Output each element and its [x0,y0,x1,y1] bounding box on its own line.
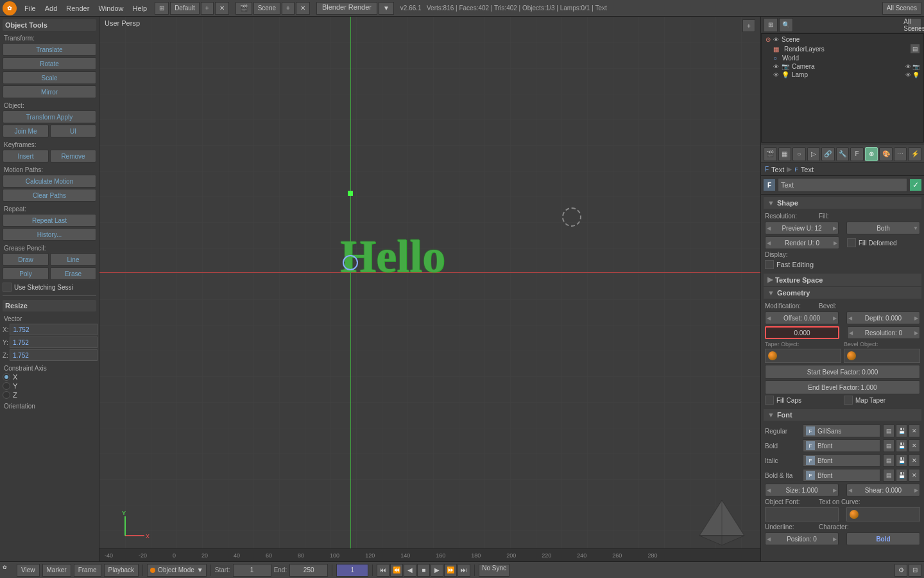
outliner-item-camera[interactable]: 👁 📷 Camera 👁 📷 [763,62,922,71]
view-menu-btn[interactable]: View [17,564,40,577]
join-btn[interactable]: Join Me [3,125,49,137]
bold-italic-font-clear[interactable]: ✕ [909,469,920,482]
viewport[interactable]: User Persp + Hello [99,17,760,561]
draw-btn[interactable]: Draw [3,253,49,266]
object-font-picker[interactable] [765,507,839,521]
bold-italic-font-browse[interactable]: ▤ [883,469,894,482]
shape-section-header[interactable]: ▼ Shape [764,197,921,209]
shear-btn[interactable]: ◀ Shear: 0.000 ▶ [846,484,920,496]
fill-select[interactable]: Both ▼ [846,222,920,234]
outliner-item-lamp[interactable]: 👁 💡 Lamp 👁 💡 [763,71,922,79]
x-value-input[interactable] [10,324,98,335]
scale-btn[interactable]: Scale [3,71,96,84]
prev-keyframe-btn[interactable]: ⏪ [390,564,403,577]
marker-menu-btn[interactable]: Marker [42,564,71,577]
menu-add[interactable]: Add [41,3,62,13]
camera-render-btn[interactable]: 📷 [912,64,920,70]
resolution-geo-btn[interactable]: ◀ Resolution: 0 ▶ [847,326,920,339]
ui-btn[interactable]: UI [50,125,96,137]
insert-keyframe-btn[interactable]: Insert [3,150,49,162]
text-on-curve-picker[interactable] [846,507,920,521]
fill-deformed-checkbox[interactable] [847,238,856,247]
erase-btn[interactable]: Erase [50,267,96,280]
scene-type-icon[interactable]: 🎬 [235,2,252,15]
outliner-icon-1[interactable]: ⊞ [764,18,778,32]
frame-menu-btn[interactable]: Frame [74,564,101,577]
repeat-last-btn[interactable]: Repeat Last [3,214,96,227]
props-tab-texture[interactable]: 🎨 [879,147,893,161]
props-tab-object[interactable]: ▷ [807,147,821,161]
italic-font-browse[interactable]: ▤ [883,454,894,467]
play-backward-btn[interactable]: ◀ [404,564,416,577]
start-bevel-btn[interactable]: Start Bevel Factor: 0.000 [765,365,920,379]
stop-btn[interactable]: ■ [417,564,430,577]
navigation-ball[interactable] [696,497,748,548]
translate-btn[interactable]: Translate [3,43,96,56]
end-frame-field[interactable]: 250 [289,564,328,577]
size-btn[interactable]: ◀ Size: 1.000 ▶ [765,484,839,496]
outliner-item-renderlayers[interactable]: ▦ RenderLayers ▤ [763,44,922,54]
line-btn[interactable]: Line [50,253,96,266]
transform-apply-btn[interactable]: Transform Apply [3,110,96,123]
lamp-render-btn[interactable]: 💡 [912,72,920,78]
renderlayers-btn1[interactable]: ▤ [911,44,920,53]
map-taper-checkbox[interactable] [844,396,853,405]
y-constraint-radio[interactable] [3,382,10,390]
viewport-corner-btn[interactable]: + [742,19,755,32]
object-name-input[interactable] [778,178,907,192]
object-mode-select[interactable]: Object Mode ▼ [147,564,207,577]
layout-name[interactable]: Default [170,2,200,15]
render-engine-arrow[interactable]: ▼ [379,2,394,15]
start-frame-field[interactable]: 1 [233,564,271,577]
regular-font-browse[interactable]: ▤ [883,425,894,437]
x-constraint-radio[interactable] [3,373,10,381]
rotate-btn[interactable]: Rotate [3,57,96,70]
bold-char-btn[interactable]: Bold [846,532,920,545]
props-tab-world[interactable]: ○ [792,147,806,161]
menu-render[interactable]: Render [62,3,93,13]
playback-menu-btn[interactable]: Playback [104,564,139,577]
play-forward-btn[interactable]: ▶ [431,564,443,577]
taper-object-picker[interactable] [765,349,841,363]
bevel-object-picker[interactable] [844,349,920,363]
bold-italic-font-save[interactable]: 💾 [896,469,907,482]
italic-font-picker[interactable]: F Bfont [803,454,880,467]
regular-font-save[interactable]: 💾 [896,425,907,437]
y-value-input[interactable] [10,337,98,348]
props-tab-material[interactable]: ⊕ [865,147,878,161]
render-u-btn[interactable]: ◀ Render U: 0 ▶ [765,236,839,249]
render-engine-select[interactable]: Blender Render [316,2,377,15]
clear-paths-btn[interactable]: Clear Paths [3,189,96,202]
bottom-blender-icon[interactable]: ✿ [3,565,14,576]
regular-font-picker[interactable]: F GillSans [803,425,880,437]
props-tab-scene[interactable]: 🎬 [764,147,777,161]
props-tab-constraints[interactable]: 🔗 [821,147,835,161]
calculate-paths-btn[interactable]: Calculate Motion [3,175,96,188]
use-sketching-checkbox[interactable] [3,283,12,292]
scene-name[interactable]: Scene [253,2,280,15]
bold-font-save[interactable]: 💾 [896,439,907,452]
fill-caps-checkbox[interactable] [765,396,774,405]
current-frame-field[interactable]: 1 [336,564,368,577]
preview-u-btn[interactable]: ◀ Preview U: 12 ▶ [765,222,839,234]
lamp-visibility-btn[interactable]: 👁 [905,72,911,78]
bold-italic-font-picker[interactable]: F Bfont [803,469,880,482]
scene-add[interactable]: + [282,2,295,15]
scene-close[interactable]: ✕ [296,2,310,15]
poly-btn[interactable]: Poly [3,267,49,280]
position-btn[interactable]: ◀ Position: 0 ▶ [765,532,839,545]
props-tab-physics[interactable]: ⚡ [908,147,921,161]
outliner-item-world[interactable]: ○ World [763,54,922,62]
bottom-collapse-btn[interactable]: ⊟ [909,564,921,577]
texture-space-section-header[interactable]: ▶ Texture Space [764,274,921,286]
depth-btn[interactable]: ◀ Depth: 0.000 ▶ [846,311,920,324]
extrude-btn[interactable]: 0.000 [765,326,839,339]
props-tab-modifiers[interactable]: 🔧 [836,147,850,161]
offset-btn[interactable]: ◀ Offset: 0.000 ▶ [765,311,839,324]
italic-font-save[interactable]: 💾 [896,454,907,467]
outliner-icon-2[interactable]: 🔍 [779,18,793,32]
bold-font-clear[interactable]: ✕ [909,439,920,452]
bold-font-picker[interactable]: F Bfont [803,439,880,452]
z-constraint-radio[interactable] [3,391,10,399]
layout-add[interactable]: + [201,2,214,15]
